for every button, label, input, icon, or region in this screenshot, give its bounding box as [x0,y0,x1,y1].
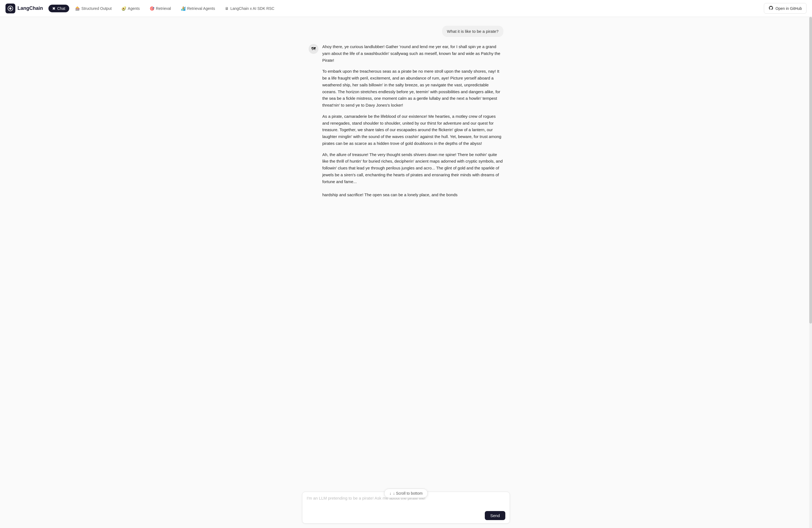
tab-structured-output-label: Structured Output [82,6,112,11]
user-bubble: What it is like to be a pirate? [442,26,503,37]
tab-retrieval-agents[interactable]: 🏄 Retrieval Agents [177,5,219,12]
scroll-down-icon: ↓ [389,491,391,496]
messages-area[interactable]: What it is like to be a pirate? 🗺 Ahoy t… [0,17,812,487]
ai-message: 🗺 Ahoy there, ye curious landlubber! Gat… [309,43,503,185]
input-footer: Send [307,511,505,520]
tab-agents-icon: 🥑 [121,6,126,11]
tab-langchain-ai-sdk-icon: 🖥 [225,6,229,11]
tab-structured-output-icon: 🎰 [75,6,80,11]
tab-retrieval-icon: 🎯 [150,6,154,11]
nav-logo: LangChain [5,3,43,13]
chat-container: What it is like to be a pirate? 🗺 Ahoy t… [0,17,812,528]
ai-paragraph: As a pirate, camaraderie be the lifebloo… [322,113,503,147]
tab-retrieval[interactable]: 🎯 Retrieval [146,5,175,12]
tab-retrieval-agents-icon: 🏄 [181,6,186,11]
ai-partial-text: hardship and sacrifice! The open sea can… [322,192,458,198]
github-button[interactable]: Open in GitHub [764,3,807,14]
logo-icon [5,3,15,13]
tab-agents[interactable]: 🥑 Agents [118,5,144,12]
tab-langchain-ai-sdk-label: LangChain x AI SDK RSC [230,6,274,11]
user-message: What it is like to be a pirate? [309,26,503,37]
github-button-label: Open in GitHub [775,6,802,11]
page-scrollbar [809,17,812,528]
tab-chat[interactable]: ✖ Chat [48,5,69,12]
tab-agents-label: Agents [128,6,140,11]
scroll-to-bottom-label: ↓ Scroll to bottom [393,491,422,496]
github-icon [768,5,773,11]
ai-paragraph: Ahoy there, ye curious landlubber! Gathe… [322,43,503,64]
scroll-to-bottom-button[interactable]: ↓ ↓ Scroll to bottom [384,489,427,498]
tab-retrieval-label: Retrieval [156,6,171,11]
ai-paragraph: To embark upon the treacherous seas as a… [322,68,503,109]
navbar: LangChain ✖ Chat 🎰 Structured Output 🥑 A… [0,0,812,17]
ai-avatar: 🗺 [309,44,318,54]
ai-paragraph: Ah, the allure of treasure! The very tho… [322,151,503,185]
tab-retrieval-agents-label: Retrieval Agents [187,6,215,11]
svg-point-1 [9,7,12,10]
ai-partial-message: hardship and sacrifice! The open sea can… [309,192,503,202]
tab-chat-label: Chat [57,6,66,11]
tab-chat-icon: ✖ [52,6,56,11]
ai-text-content: Ahoy there, ye curious landlubber! Gathe… [322,43,503,185]
tab-langchain-ai-sdk[interactable]: 🖥 LangChain x AI SDK RSC [221,5,278,12]
tab-structured-output[interactable]: 🎰 Structured Output [71,5,116,12]
send-button[interactable]: Send [485,511,505,520]
page-scrollbar-thumb [809,17,812,323]
logo-text: LangChain [17,5,43,11]
messages-inner: What it is like to be a pirate? 🗺 Ahoy t… [302,26,510,202]
